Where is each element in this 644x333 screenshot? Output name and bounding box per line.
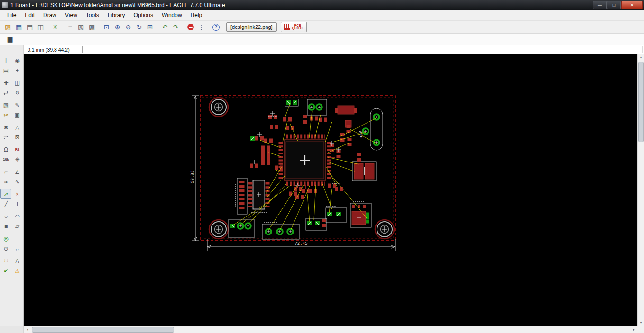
grid-button[interactable]: ▦	[5, 35, 15, 45]
dimension-height[interactable]: 53.35	[190, 96, 199, 241]
zoom-out-button[interactable]: ⊖	[123, 22, 134, 32]
tool-add-button[interactable]: △	[12, 122, 23, 132]
use-library-button[interactable]: ≡	[64, 22, 75, 32]
tool-value-button[interactable]: 10k	[0, 154, 11, 164]
zoom-redraw-button[interactable]: ↻	[134, 22, 145, 32]
menu-window[interactable]: Window	[157, 10, 186, 20]
tool-replace-button[interactable]: ⊠	[12, 132, 23, 142]
mounting-hole-top-left[interactable]	[209, 98, 228, 117]
help-button[interactable]: ?	[211, 22, 221, 32]
tool-circle-button[interactable]: ○	[0, 211, 11, 221]
zoom-select-button[interactable]: ⊞	[145, 22, 156, 32]
use-library-icon: ≡	[68, 24, 72, 30]
tool-rotate-button[interactable]: ↻	[12, 88, 23, 98]
tool-paste-button[interactable]: ▣	[12, 110, 23, 120]
tool-info-button[interactable]: i	[0, 55, 11, 65]
tool-pinswap-button[interactable]: ⇌	[0, 132, 11, 142]
horizontal-scroll-thumb[interactable]	[32, 327, 174, 333]
tool-show-button[interactable]: ◉	[12, 55, 23, 65]
tool-errors-button[interactable]: ⚠	[12, 266, 23, 276]
close-button[interactable]: ✕	[621, 1, 643, 9]
tool-display-button[interactable]: ▤	[0, 65, 11, 75]
tool-cut-button[interactable]: ✂	[0, 110, 11, 120]
tool-lock-button[interactable]: Ω	[0, 144, 11, 154]
tool-group-button[interactable]: ▧	[0, 100, 11, 110]
tool-copy-button[interactable]: ◫	[12, 78, 23, 88]
save-button[interactable]: ▦	[13, 22, 24, 32]
tool-via-button[interactable]: ◎	[0, 234, 11, 243]
run-ulp-button[interactable]: ✳	[50, 22, 61, 32]
tool-optimize-button[interactable]: ≈	[0, 177, 11, 187]
tool-route-button[interactable]: ↗	[0, 189, 11, 199]
undo-button[interactable]: ↶	[159, 22, 170, 32]
tool-change-button[interactable]: ✎	[12, 100, 23, 110]
tool-ratsnest-button[interactable]: ∷	[0, 256, 11, 266]
pcb-drawing[interactable]: +9V 72.45 53.35	[24, 54, 637, 326]
tool-meander-button[interactable]: ∿	[12, 177, 23, 187]
cam-processor-button[interactable]: ◫	[35, 22, 46, 32]
tool-polygon-button[interactable]: ▱	[12, 221, 23, 231]
zoom-fit-button[interactable]: ⊡	[101, 22, 112, 32]
polygon-icon: ▱	[15, 224, 19, 229]
pcb-quote-button[interactable]: PCB QUOTE	[281, 22, 307, 32]
change-icon: ✎	[15, 102, 19, 108]
ic-qfp[interactable]	[281, 136, 329, 184]
tool-drc-button[interactable]: ✔	[0, 266, 11, 276]
menu-file[interactable]: File	[3, 10, 20, 20]
tool-move-button[interactable]: ✚	[0, 78, 11, 88]
tool-delete-button[interactable]: ✖	[0, 122, 11, 132]
redo-button[interactable]: ↷	[170, 22, 181, 32]
tool-text-button[interactable]: T	[12, 199, 23, 209]
scroll-right-button[interactable]: ▸	[630, 326, 637, 333]
horizontal-scrollbar[interactable]: ◂ ▸	[24, 326, 644, 333]
tool-hole-button[interactable]: ⊙	[0, 243, 11, 253]
scroll-up-button[interactable]: ▴	[638, 54, 644, 61]
scroll-left-button[interactable]: ◂	[24, 326, 31, 333]
tool-split-button[interactable]: ∠	[12, 167, 23, 177]
smash-icon: ✳	[15, 157, 19, 162]
tool-auto-button[interactable]: A	[12, 256, 23, 266]
mounting-hole-bottom-right[interactable]	[375, 220, 394, 239]
rect-icon: ■	[4, 224, 8, 229]
vertical-scroll-track[interactable]	[638, 61, 644, 319]
scroll-down-button[interactable]: ▾	[638, 319, 644, 326]
tool-wire-button[interactable]: ╱	[0, 199, 11, 209]
tool-dimension-button[interactable]: ↔	[12, 243, 23, 253]
mounting-hole-bottom-left[interactable]	[209, 220, 228, 239]
tool-rect-button[interactable]: ■	[0, 221, 11, 231]
layer-settings-button[interactable]: ▧	[75, 22, 86, 32]
designlink-button[interactable]: [designlink22.png]	[226, 22, 277, 32]
dimension-width[interactable]: 72.45	[207, 239, 395, 251]
menu-draw[interactable]: Draw	[39, 10, 61, 20]
menu-view[interactable]: View	[61, 10, 82, 20]
tool-miter-button[interactable]: ⌐	[0, 167, 11, 177]
tool-mirror-button[interactable]: ⇄	[0, 88, 11, 98]
menu-options[interactable]: Options	[129, 10, 157, 20]
tool-name-button[interactable]: R2	[12, 144, 23, 154]
save-icon: ▦	[16, 24, 22, 30]
menu-help[interactable]: Help	[186, 10, 207, 20]
command-line-input[interactable]	[86, 46, 643, 53]
vertical-scroll-thumb[interactable]	[638, 62, 644, 142]
more-button[interactable]: ⋮	[196, 22, 207, 32]
maximize-button[interactable]: □	[607, 1, 621, 9]
horizontal-scroll-track[interactable]	[31, 326, 630, 333]
vertical-scrollbar[interactable]: ▴ ▾	[637, 54, 644, 326]
tool-ripup-button[interactable]: ×	[12, 189, 23, 199]
tool-mark-button[interactable]: +	[12, 65, 23, 75]
menu-library[interactable]: Library	[103, 10, 129, 20]
tool-smash-button[interactable]: ✳	[12, 154, 23, 164]
tool-signal-button[interactable]: ─	[12, 234, 23, 243]
select-layer-button[interactable]: ▩	[86, 22, 97, 32]
open-button[interactable]: ▨	[2, 22, 13, 32]
minimize-button[interactable]: —	[593, 1, 607, 9]
stop-button[interactable]	[185, 22, 196, 32]
print-button[interactable]: ▤	[24, 22, 35, 32]
menu-tools[interactable]: Tools	[82, 10, 103, 20]
menu-edit[interactable]: Edit	[20, 10, 39, 20]
more-icon: ⋮	[198, 24, 205, 30]
board-canvas[interactable]: +9V 72.45 53.35	[24, 54, 637, 326]
zoom-in-button[interactable]: ⊕	[112, 22, 123, 32]
tool-arc-button[interactable]: ◠	[12, 211, 23, 221]
power-components[interactable]	[335, 106, 374, 225]
